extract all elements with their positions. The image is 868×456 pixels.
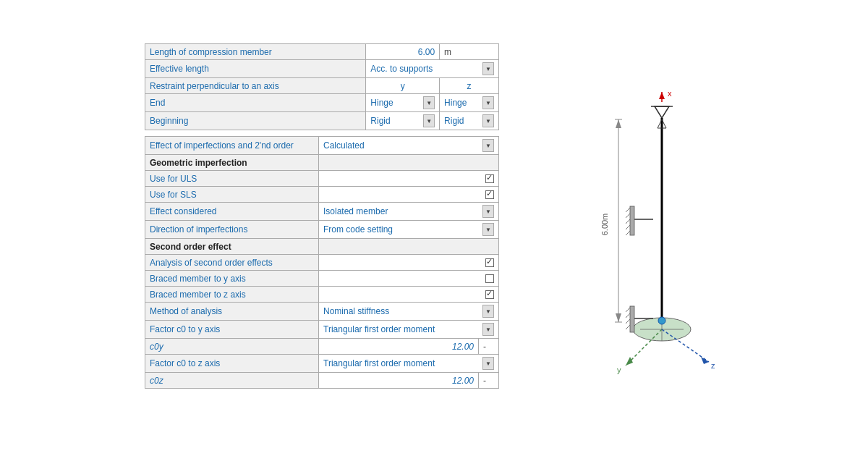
dropdown-arrow-icon[interactable]: ▼ (482, 62, 494, 75)
table-row-use-sls: Use for SLS (145, 187, 499, 203)
dropdown-imperfections-arrow-icon[interactable]: ▼ (482, 139, 494, 152)
dropdown-imperfections-value: Calculated (323, 140, 365, 151)
imperfections-table: Effect of imperfections and 2'nd order C… (145, 136, 499, 389)
table-row-use-uls: Use for ULS (145, 171, 499, 187)
table-row-axes: Restraint perpendicular to an axis y z (145, 78, 499, 94)
label-braced-z: Braced member to z axis (145, 287, 319, 303)
dropdown-effect-considered-value: Isolated member (323, 206, 388, 216)
y-axis-label: y (617, 366, 621, 374)
checkbox-uls-icon[interactable] (485, 174, 494, 183)
checkbox-use-sls[interactable] (319, 187, 499, 203)
dropdown-method-arrow-icon[interactable]: ▼ (482, 305, 494, 318)
dropdown-direction-arrow-icon[interactable]: ▼ (482, 223, 494, 236)
dropdown-factor-c0z-arrow-icon[interactable]: ▼ (482, 357, 494, 370)
label-geometric-imperfection: Geometric imperfection (145, 155, 319, 171)
svg-line-22 (626, 225, 630, 229)
dropdown-imperfections[interactable]: Calculated ▼ (319, 137, 499, 155)
label-c0y: c0y (145, 339, 319, 355)
label-beginning: Beginning (145, 112, 366, 130)
dropdown-begin-z-arrow-icon[interactable]: ▼ (482, 114, 494, 127)
z-axis-label: z (711, 361, 715, 370)
table-row-method: Method of analysis Nominal stiffness ▼ (145, 303, 499, 321)
svg-line-29 (626, 325, 630, 329)
dropdown-direction[interactable]: From code setting ▼ (319, 221, 499, 239)
dropdown-factor-c0z[interactable]: Triangular first order moment ▼ (319, 355, 499, 373)
table-row-braced-y: Braced member to y axis (145, 271, 499, 287)
label-direction: Direction of imperfections (145, 221, 319, 239)
dropdown-method[interactable]: Nominal stiffness ▼ (319, 303, 499, 321)
svg-line-20 (626, 214, 630, 218)
checkbox-braced-y-icon[interactable] (485, 274, 494, 283)
unit-c0z: - (479, 373, 499, 389)
table-row: Effective length Acc. to supports ▼ (145, 60, 499, 78)
checkbox-braced-z[interactable] (319, 287, 499, 303)
checkbox-analysis-icon[interactable] (485, 258, 494, 267)
label-use-sls: Use for SLS (145, 187, 319, 203)
dropdown-end-z[interactable]: Hinge ▼ (440, 94, 499, 112)
svg-marker-4 (616, 313, 621, 322)
label-imperfections-order: Effect of imperfections and 2'nd order (145, 137, 319, 155)
label-restraint: Restraint perpendicular to an axis (145, 78, 366, 94)
dropdown-begin-y-arrow-icon[interactable]: ▼ (423, 114, 435, 127)
dropdown-begin-y-value: Rigid (370, 116, 390, 126)
value-c0z: 12.00 (319, 373, 479, 389)
label-analysis-second-order: Analysis of second order effects (145, 255, 319, 271)
dropdown-begin-z-value: Rigid (444, 116, 464, 126)
table-row-section-header2: Second order effect (145, 239, 499, 255)
value-c0y: 12.00 (319, 339, 479, 355)
compression-member-table: Length of compression member 6.00 m Effe… (145, 43, 499, 130)
svg-point-31 (658, 317, 665, 324)
dropdown-effect-considered-arrow-icon[interactable]: ▼ (482, 205, 494, 218)
svg-rect-18 (630, 206, 634, 235)
unit-c0y: - (479, 339, 499, 355)
checkbox-analysis[interactable] (319, 255, 499, 271)
dropdown-factor-c0y-arrow-icon[interactable]: ▼ (482, 323, 494, 336)
axis-y-label: y (366, 78, 440, 94)
dropdown-end-y-arrow-icon[interactable]: ▼ (423, 96, 435, 109)
svg-marker-16 (701, 357, 709, 364)
checkbox-use-uls[interactable] (319, 171, 499, 187)
dropdown-factor-c0z-value: Triangular first order moment (323, 358, 435, 368)
svg-line-26 (626, 308, 630, 312)
dropdown-value: Acc. to supports (370, 64, 433, 74)
table-row-c0z: c0z 12.00 - (145, 373, 499, 389)
label-braced-y: Braced member to y axis (145, 271, 319, 287)
table-row-analysis: Analysis of second order effects (145, 255, 499, 271)
table-row-c0y: c0y 12.00 - (145, 339, 499, 355)
label-length: Length of compression member (145, 44, 366, 60)
label-method: Method of analysis (145, 303, 319, 321)
svg-line-28 (626, 319, 630, 324)
table-row-braced-z: Braced member to z axis (145, 287, 499, 303)
dropdown-end-y[interactable]: Hinge ▼ (366, 94, 440, 112)
checkbox-braced-y[interactable] (319, 271, 499, 287)
svg-line-23 (626, 231, 630, 235)
dropdown-effective-length[interactable]: Acc. to supports ▼ (366, 60, 499, 78)
table-row-effect-considered: Effect considered Isolated member ▼ (145, 203, 499, 221)
diagram-panel: 6.00m x y z (499, 43, 854, 442)
label-use-uls: Use for ULS (145, 171, 319, 187)
dropdown-begin-y[interactable]: Rigid ▼ (366, 112, 440, 130)
checkbox-sls-icon[interactable] (485, 190, 494, 199)
svg-marker-12 (659, 92, 665, 99)
dropdown-method-value: Nominal stiffness (323, 306, 389, 316)
label-c0z: c0z (145, 373, 319, 389)
dropdown-factor-c0y[interactable]: Triangular first order moment ▼ (319, 321, 499, 339)
unit-length: m (440, 44, 499, 60)
checkbox-braced-z-icon[interactable] (485, 290, 494, 299)
label-factor-c0z: Factor c0 to z axis (145, 355, 319, 373)
label-second-order-effect: Second order effect (145, 239, 319, 255)
table-row-beginning: Beginning Rigid ▼ Rigid ▼ (145, 112, 499, 130)
table-row-factor-c0y: Factor c0 to y axis Triangular first ord… (145, 321, 499, 339)
dropdown-effect-considered[interactable]: Isolated member ▼ (319, 203, 499, 221)
dropdown-end-z-arrow-icon[interactable]: ▼ (482, 96, 494, 109)
dropdown-begin-z[interactable]: Rigid ▼ (440, 112, 499, 130)
svg-marker-5 (655, 106, 669, 118)
svg-rect-25 (630, 306, 634, 332)
table-row-direction: Direction of imperfections From code set… (145, 221, 499, 239)
dropdown-factor-c0y-value: Triangular first order moment (323, 324, 435, 334)
svg-line-19 (626, 208, 630, 212)
axis-z-label: z (440, 78, 499, 94)
label-effect-considered: Effect considered (145, 203, 319, 221)
label-effective-length: Effective length (145, 60, 366, 78)
left-panel: Length of compression member 6.00 m Effe… (145, 43, 499, 442)
